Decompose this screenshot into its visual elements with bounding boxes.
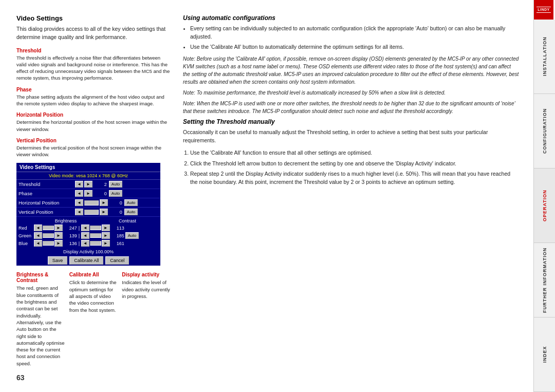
threshold-text: The threshold is effectively a noise fil… [16,54,171,82]
display-activity-row: Display Activity 100.00% [16,248,160,255]
blue-c-left-btn[interactable]: ◄ [81,240,89,247]
blue-b-left-btn[interactable]: ◄ [34,240,42,247]
green-c-left-btn[interactable]: ◄ [81,232,89,239]
horizontal-auto-btn[interactable]: Auto [124,199,138,206]
calibrate-all-button[interactable]: Calibrate All [69,256,103,265]
vertical-text: Determines the vertical position of the … [16,144,171,158]
brightness-contrast-section: Brightness Contrast Red ◄ ► 247 | ◄ [16,217,160,248]
red-label: Red [18,226,34,231]
green-brightness-value: 139 [63,233,77,238]
display-activity-sub-text: Indicates the level of video activity cu… [122,279,171,300]
green-contrast-value: 185 [110,233,124,238]
index-tab[interactable]: INDEX [534,318,555,392]
blue-row: Blue ◄ ► 136 | ◄ ► 161 [18,239,158,247]
red-c-right-btn[interactable]: ► [102,225,110,231]
page-number: 63 [16,374,25,382]
dialog-subtitle: Video mode: vesa 1024 x 768 @ 60Hz [16,172,160,180]
bc-sub-text: The red, green and blue constituents of … [16,285,65,367]
installation-tab[interactable]: INSTALLATION [534,20,555,94]
brightness-contrast-sub: Brightness & Contrast The red, green and… [16,272,65,367]
horizontal-value: 0 [109,200,123,206]
threshold-left-btn[interactable]: ◄ [75,181,83,188]
display-activity-sub: Display activity Indicates the level of … [122,272,171,367]
calibrate-sub: Calibrate All Click to determine the opt… [69,272,118,367]
vertical-pos-label: Vertical Position [18,209,75,215]
phase-auto-btn[interactable]: Auto [109,190,122,197]
green-label: Green [18,233,34,238]
step-1: Use the 'Calibrate All' function to ensu… [190,148,519,157]
red-contrast-value: 113 [110,226,124,231]
sub-columns: Brightness & Contrast The red, green and… [16,272,171,367]
green-b-right-btn[interactable]: ► [54,232,63,239]
red-b-left-btn[interactable]: ◄ [34,225,42,231]
threshold-right-btn[interactable]: ► [84,181,92,188]
phase-label: Phase [18,191,75,196]
red-c-left-btn[interactable]: ◄ [81,225,89,231]
vertical-section: Vertical Position Determines the vertica… [16,138,171,158]
horizontal-left-btn[interactable]: ◄ [75,199,83,206]
display-activity-sub-heading: Display activity [122,272,171,277]
threshold-steps: Use the 'Calibrate All' function to ensu… [183,148,519,186]
phase-left-btn[interactable]: ◄ [75,190,83,197]
further-information-tab[interactable]: FURTHER INFORMATION [534,243,555,318]
video-settings-dialog: Video Settings Video mode: vesa 1024 x 7… [16,163,160,266]
green-c-right-btn[interactable]: ► [102,232,110,239]
phase-row: Phase ◄ ► 0 Auto [16,189,160,198]
threshold-value: 2 [94,182,108,187]
vertical-auto-btn[interactable]: Auto [124,209,138,215]
dialog-title: Video Settings [16,163,160,172]
vertical-value: 0 [109,210,123,215]
blue-contrast-value: 161 [110,241,124,246]
threshold-manual-intro: Occasionally it can be useful to manuall… [183,128,519,145]
threshold-auto-btn[interactable]: Auto [109,181,122,188]
horizontal-section: Horizontal Position Determines the horiz… [16,112,171,133]
bc-sub-heading: Brightness & Contrast [16,272,65,283]
auto-config-bullets: Every setting can be individually subjec… [183,24,519,51]
brightness-header: Brightness [35,218,97,223]
contrast-header: Contrast [97,218,158,223]
save-button[interactable]: Save [48,256,68,265]
step-3: Repeat step 2 until the Display Activity… [190,170,519,186]
green-auto-btn[interactable]: Auto [125,232,139,239]
green-row: Green ◄ ► 139 | ◄ ► 185 Auto [18,232,158,239]
phase-right-btn[interactable]: ► [84,190,92,197]
threshold-section: Threshold The threshold is effectively a… [16,48,171,82]
calibrate-sub-text: Click to determine the optimum settings … [69,279,118,313]
red-row: Red ◄ ► 247 | ◄ ► 113 [18,224,158,232]
green-b-left-btn[interactable]: ◄ [34,232,42,239]
threshold-manual-title: Setting the Threshold manually [183,118,519,125]
phase-value: 0 [94,191,108,196]
section-title: Video Settings [16,14,171,22]
cancel-button[interactable]: Cancel [105,256,129,265]
threshold-manual-section: Setting the Threshold manually Occasiona… [183,118,519,186]
configuration-tab[interactable]: CONFIGURATION [534,94,555,169]
red-b-right-btn[interactable]: ► [54,225,63,231]
bullet-2: Use the 'Calibrate All' button to automa… [190,43,519,51]
note-2: Note: To maximise performance, the thres… [183,89,519,97]
blue-label: Blue [18,241,34,246]
phase-heading: Phase [16,87,171,92]
calibrate-sub-heading: Calibrate All [69,272,118,277]
blue-c-right-btn[interactable]: ► [102,240,110,247]
note-1: Note: Before using the 'Calibrate All' o… [183,55,519,86]
phase-text: The phase setting adjusts the alignment … [16,94,171,107]
threshold-heading: Threshold [16,48,171,53]
threshold-row: Threshold ◄ ► 2 Auto [16,180,160,189]
blue-b-right-btn[interactable]: ► [54,240,63,247]
vertical-left-btn[interactable]: ◄ [75,209,83,215]
horizontal-text: Determines the horizontal position of th… [16,119,171,133]
right-sidebar: LINDY INSTALLATION CONFIGURATION OPERATI… [533,0,555,392]
dialog-footer: Save Calibrate All Cancel [16,255,160,266]
intro-text: This dialog provides access to all of th… [16,25,171,42]
auto-config-title: Using automatic configurations [183,14,519,22]
vertical-heading: Vertical Position [16,138,171,143]
operation-tab[interactable]: OPERATION [534,169,555,243]
right-column: Using automatic configurations Every set… [183,14,519,367]
vertical-right-btn[interactable]: ► [100,209,108,215]
horizontal-heading: Horizontal Position [16,112,171,118]
horizontal-right-btn[interactable]: ► [100,199,108,206]
threshold-label: Threshold [18,181,75,187]
note-3: Note: When the MC5-IP is used with one o… [183,100,519,115]
auto-config-section: Using automatic configurations Every set… [183,14,519,115]
blue-brightness-value: 136 [63,241,77,246]
